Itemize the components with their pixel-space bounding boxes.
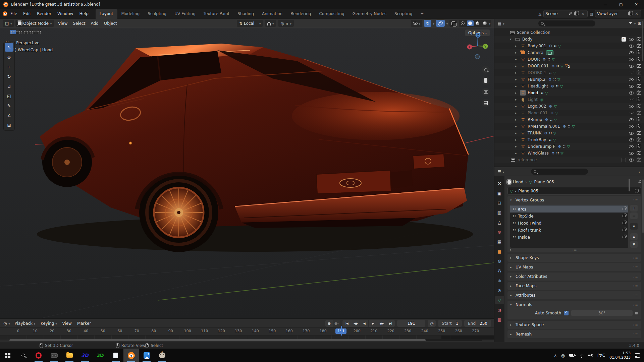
outliner-scrollbar[interactable] xyxy=(642,21,643,61)
frame-tick[interactable]: 140 xyxy=(247,328,264,335)
object-name[interactable]: UnderBump F xyxy=(528,144,555,149)
overlays-toggle[interactable] xyxy=(436,20,445,27)
outliner-row[interactable]: ▸ FBump.2 xyxy=(494,76,644,83)
collection-checkbox[interactable] xyxy=(622,158,626,162)
object-name[interactable]: DOOR xyxy=(528,57,540,62)
jump-to-start-button[interactable]: |◀ xyxy=(342,320,351,327)
outliner-row[interactable]: ▸ Camera xyxy=(494,49,644,56)
move-group-down-button[interactable]: ▼ xyxy=(630,241,638,248)
hide-in-viewport-toggle[interactable] xyxy=(629,125,634,128)
snap-toggle[interactable] xyxy=(265,20,276,27)
disclosure-icon[interactable]: ▸ xyxy=(515,111,520,115)
panel-drag-dots[interactable]: ∷∷ xyxy=(633,265,638,269)
gizmos-toggle[interactable] xyxy=(424,20,431,27)
properties-options-dropdown[interactable] xyxy=(639,169,640,174)
vertex-group-name[interactable]: TopSide xyxy=(518,214,533,219)
hide-in-viewport-toggle[interactable] xyxy=(629,145,634,148)
file-explorer-app[interactable] xyxy=(62,349,77,362)
outliner-row[interactable]: ▸ DOOR xyxy=(494,56,644,63)
menu-item[interactable]: Edit xyxy=(20,9,34,19)
properties-panel[interactable]: ▸Color Attributes∷∷ xyxy=(507,273,641,281)
vertex-group-item[interactable]: TopSide xyxy=(510,213,628,220)
photos-app[interactable] xyxy=(139,349,154,362)
workspace-tab[interactable]: + xyxy=(416,9,428,19)
disclosure-icon[interactable]: ▸ xyxy=(515,58,520,61)
disclosure-icon[interactable]: ▸ xyxy=(515,138,520,141)
datablock-name-field[interactable]: Plane.005 xyxy=(507,187,641,195)
object-data-tab[interactable]: ▽ xyxy=(495,296,504,304)
object-name[interactable]: DOOR0.1 xyxy=(528,70,546,75)
disable-in-renders-toggle[interactable] xyxy=(637,152,641,155)
constraints-tab[interactable]: ⊗ xyxy=(495,286,504,295)
outliner-row[interactable]: reference xyxy=(494,157,644,163)
outliner-row[interactable]: ▸ HeadLight xyxy=(494,83,644,89)
hide-in-viewport-toggle[interactable] xyxy=(629,78,634,81)
panel-drag-dots[interactable]: ∷∷ xyxy=(633,275,638,279)
menu-item[interactable]: Window xyxy=(54,9,76,19)
unlink-scene-icon[interactable] xyxy=(580,11,586,16)
normals-panel-header[interactable]: ▾Normals∷∷ xyxy=(507,301,641,309)
object-name[interactable]: reference xyxy=(518,158,537,162)
hide-in-viewport-toggle[interactable] xyxy=(629,51,634,54)
visibility-dropdown[interactable] xyxy=(411,20,422,27)
gimp-app[interactable] xyxy=(154,349,170,362)
auto-keying-record-button[interactable] xyxy=(325,320,333,327)
frame-tick[interactable]: 220 xyxy=(382,328,399,335)
vertex-group-name[interactable]: Inside xyxy=(518,235,530,240)
object-name[interactable]: TrunkBay xyxy=(528,137,546,142)
physics-tab[interactable]: ⊚ xyxy=(495,277,504,285)
add-vertex-group-button[interactable]: + xyxy=(630,205,638,212)
outliner-search-input[interactable] xyxy=(538,20,595,26)
frame-tick[interactable]: 160 xyxy=(281,328,298,335)
disable-in-renders-toggle[interactable] xyxy=(637,111,641,115)
disclosure-icon[interactable]: ▸ xyxy=(515,44,520,48)
vertex-group-item[interactable]: Roof+trunk xyxy=(510,227,628,234)
jump-to-end-button[interactable]: ▶| xyxy=(386,320,395,327)
pin-id-icon[interactable] xyxy=(638,180,641,184)
object-name[interactable]: Body.001 xyxy=(528,44,546,48)
play-button[interactable]: ▶ xyxy=(369,320,377,327)
hide-in-viewport-toggle[interactable] xyxy=(629,65,634,68)
disable-in-renders-toggle[interactable] xyxy=(637,51,641,54)
disclosure-icon[interactable]: ▸ xyxy=(515,51,520,54)
disable-in-renders-toggle[interactable] xyxy=(637,44,641,48)
panel-drag-dots[interactable]: ∷∷ xyxy=(633,256,638,260)
properties-search-input[interactable] xyxy=(531,169,588,175)
frame-tick[interactable]: 240 xyxy=(416,328,433,335)
disclosure-icon[interactable]: ▸ xyxy=(515,105,520,108)
zoom-button[interactable] xyxy=(482,66,490,74)
workspace-tab[interactable]: Scripting xyxy=(390,9,416,19)
remove-viewlayer-icon[interactable] xyxy=(634,11,639,16)
vertex-groups-panel-header[interactable]: ▾Vertex Groups∷∷ xyxy=(507,196,641,204)
disclosure-icon[interactable]: ▸ xyxy=(515,78,520,81)
wifi-icon[interactable] xyxy=(579,353,584,357)
close-button[interactable]: ✕ xyxy=(629,0,644,9)
menu-item[interactable]: File xyxy=(7,9,20,19)
outliner-display-mode[interactable] xyxy=(497,20,505,27)
use-preview-range-button[interactable] xyxy=(428,320,436,327)
object-name[interactable]: Body xyxy=(522,37,532,42)
select-mode-invert[interactable] xyxy=(29,30,35,34)
properties-panel[interactable]: ▸Remesh∷∷ xyxy=(507,330,641,338)
frame-tick[interactable]: 20 xyxy=(44,328,61,335)
texture-tab[interactable]: ▩ xyxy=(495,315,504,324)
object-name[interactable]: Scene Collection xyxy=(517,30,550,35)
frame-start-field[interactable]: Start1 xyxy=(438,320,462,327)
disable-in-renders-toggle[interactable] xyxy=(637,78,641,81)
vertex-group-item[interactable]: Hood+wind xyxy=(510,220,628,227)
frame-tick[interactable]: 230 xyxy=(399,328,417,335)
properties-panel[interactable]: ▸Texture Space∷∷ xyxy=(507,321,641,329)
scene-selector[interactable]: Scene xyxy=(543,10,588,17)
hide-in-viewport-toggle[interactable] xyxy=(629,159,634,162)
frame-tick[interactable]: 200 xyxy=(348,328,366,335)
disable-in-renders-toggle[interactable] xyxy=(637,98,641,101)
select-mode-intersect[interactable] xyxy=(36,30,41,34)
object-name[interactable]: WindGlass xyxy=(528,151,549,156)
material-preview-button[interactable] xyxy=(474,20,481,26)
hide-in-viewport-toggle[interactable] xyxy=(629,38,634,41)
disclosure-icon[interactable]: ▸ xyxy=(515,118,520,121)
move-group-up-button[interactable]: ▲ xyxy=(630,233,638,240)
outliner-row[interactable]: Scene Collection xyxy=(494,29,644,36)
hide-in-viewport-toggle[interactable] xyxy=(629,152,634,155)
lock-icon[interactable] xyxy=(623,222,626,224)
